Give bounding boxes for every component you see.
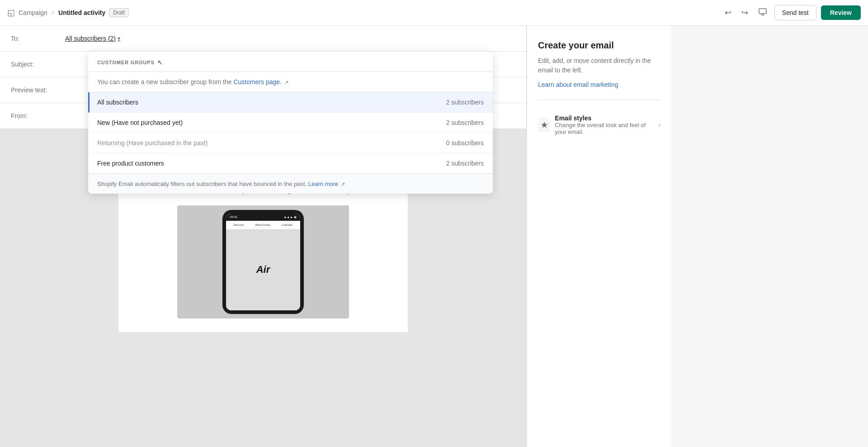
breadcrumb-separator: > — [51, 9, 55, 16]
svg-rect-0 — [759, 9, 766, 14]
list-item[interactable]: Returning (Have purchased in the past) 0… — [88, 133, 493, 153]
phone-main-content: Air — [226, 229, 300, 310]
phone-content: Discover Black Friday Calendar Air — [226, 221, 300, 310]
phone-time: 09:41 — [230, 215, 238, 219]
to-selector[interactable]: All subscribers (2) ▾ — [65, 35, 120, 42]
topbar: ◱ Campaign > Untitled activity Draft ↩ ↪… — [0, 0, 868, 26]
group-name: New (Have not purchased yet) — [97, 119, 183, 126]
form-panel: To: All subscribers (2) ▾ CUSTOMER GROUP… — [0, 26, 527, 447]
list-item[interactable]: Free product customers 2 subscribers — [88, 153, 493, 174]
group-name: Returning (Have purchased in the past) — [97, 139, 208, 147]
dropdown-list: All subscribers 2 subscribers New (Have … — [88, 92, 493, 174]
draft-badge: Draft — [109, 8, 129, 17]
right-panel: Create your email Edit, add, or move con… — [527, 26, 671, 447]
to-row: To: All subscribers (2) ▾ — [0, 26, 526, 52]
subject-label: Subject: — [11, 61, 65, 68]
send-test-button[interactable]: Send test — [774, 5, 816, 20]
email-styles-title: Email styles — [555, 114, 658, 122]
create-email-desc: Edit, add, or move content directly in t… — [538, 56, 660, 75]
list-item[interactable]: All subscribers 2 subscribers — [88, 92, 493, 113]
email-styles-info: Email styles Change the overall look and… — [555, 114, 658, 135]
cursor-icon: ↖ — [157, 59, 163, 66]
phone-nav-item: Calendar — [282, 224, 292, 226]
customers-page-link[interactable]: Customers page. ↗ — [233, 78, 288, 86]
phone-signal: ▲▲▲ ◉ — [283, 215, 297, 219]
campaign-icon[interactable]: ◱ — [7, 8, 15, 18]
dropdown-header: CUSTOMER GROUPS ↖ — [88, 52, 493, 72]
create-email-title: Create your email — [538, 40, 660, 51]
phone-nav-item: Discover — [234, 224, 244, 226]
group-name: Free product customers — [97, 160, 164, 167]
group-count: 2 subscribers — [446, 160, 484, 167]
phone-status-bar: 09:41 ▲▲▲ ◉ — [226, 214, 300, 221]
external-link-icon: ↗ — [341, 181, 345, 187]
dropdown-footer: Shopify Email automatically filters out … — [88, 174, 493, 194]
campaign-link[interactable]: Campaign — [19, 9, 47, 16]
chevron-down-icon: ▾ — [118, 35, 120, 42]
activity-title: Untitled activity — [58, 9, 105, 16]
main-layout: To: All subscribers (2) ▾ CUSTOMER GROUP… — [0, 26, 868, 447]
group-count: 2 subscribers — [446, 99, 484, 106]
dropdown-info: You can create a new subscriber group fr… — [88, 72, 493, 92]
learn-more-link[interactable]: Learn more ↗ — [308, 181, 345, 187]
email-styles-icon — [538, 118, 550, 132]
dropdown-section-title: CUSTOMER GROUPS ↖ — [97, 59, 484, 66]
topbar-left: ◱ Campaign > Untitled activity Draft — [7, 8, 717, 18]
desktop-view-button[interactable] — [755, 5, 770, 20]
phone-screen: 09:41 ▲▲▲ ◉ Discover Black Friday Calend… — [226, 214, 300, 310]
phone-nav: Discover Black Friday Calendar — [226, 221, 300, 229]
email-styles-desc: Change the overall look and feel of your… — [555, 122, 658, 135]
from-label: From: — [11, 112, 65, 119]
group-name: All subscribers — [97, 99, 138, 106]
create-email-section: Create your email Edit, add, or move con… — [538, 40, 660, 100]
email-product-image: 09:41 ▲▲▲ ◉ Discover Black Friday Calend… — [177, 205, 349, 319]
review-button[interactable]: Review — [821, 5, 861, 20]
list-item[interactable]: New (Have not purchased yet) 2 subscribe… — [88, 113, 493, 133]
email-styles-left: Email styles Change the overall look and… — [538, 114, 658, 135]
to-label: To: — [11, 35, 65, 42]
phone-nav-item: Black Friday — [255, 224, 270, 226]
preview-text-label: Preview text: — [11, 86, 65, 94]
phone-cover-text: Air — [256, 265, 270, 275]
email-styles-row[interactable]: Email styles Change the overall look and… — [538, 109, 660, 141]
group-count: 2 subscribers — [446, 119, 484, 126]
undo-button[interactable]: ↩ — [722, 6, 734, 19]
phone-mockup: 09:41 ▲▲▲ ◉ Discover Black Friday Calend… — [222, 210, 304, 314]
external-link-icon: ↗ — [284, 80, 288, 85]
customer-groups-dropdown: CUSTOMER GROUPS ↖ You can create a new s… — [88, 52, 493, 194]
redo-button[interactable]: ↪ — [739, 6, 751, 19]
learn-email-marketing-link[interactable]: Learn about email marketing — [538, 81, 618, 88]
group-count: 0 subscribers — [446, 139, 484, 147]
chevron-right-icon: › — [658, 121, 660, 128]
to-value: All subscribers (2) — [65, 35, 116, 42]
topbar-right: ↩ ↪ Send test Review — [722, 5, 861, 20]
